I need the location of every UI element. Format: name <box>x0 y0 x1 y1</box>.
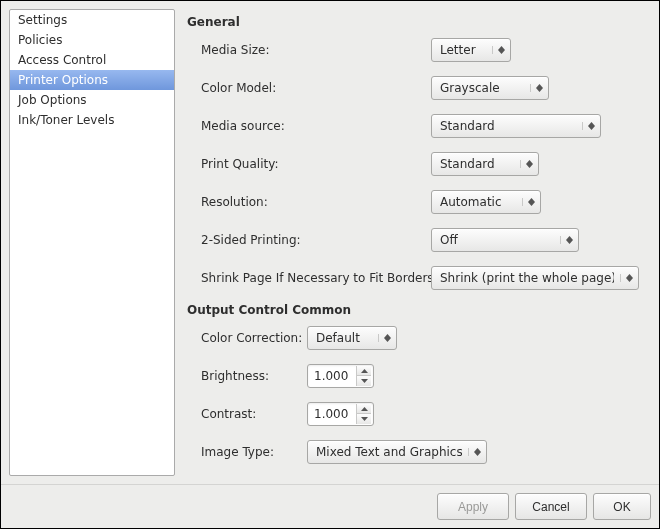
sidebar-item-label: Settings <box>18 13 67 27</box>
spinner-value: 1.000 <box>314 369 352 383</box>
stepper-icon <box>620 274 634 282</box>
section-title-output: Output Control Common <box>187 303 645 317</box>
spinner-buttons <box>356 404 371 424</box>
select-value: Grayscale <box>440 81 524 95</box>
sidebar-item-label: Policies <box>18 33 62 47</box>
svg-marker-1 <box>498 50 505 54</box>
select-value: Automatic <box>440 195 516 209</box>
field-color-correction: Color Correction: Default <box>201 325 645 351</box>
select-media-size[interactable]: Letter <box>431 38 511 62</box>
select-value: Letter <box>440 43 486 57</box>
label-shrink: Shrink Page If Necessary to Fit Borders: <box>201 271 431 285</box>
sidebar-item-printer-options[interactable]: Printer Options <box>10 70 174 90</box>
dialog-window: Settings Policies Access Control Printer… <box>0 0 660 529</box>
select-value: Mixed Text and Graphics <box>316 445 462 459</box>
spinner-up-icon[interactable] <box>357 404 371 414</box>
svg-marker-16 <box>361 369 368 373</box>
select-value: Standard <box>440 157 514 171</box>
category-sidebar: Settings Policies Access Control Printer… <box>9 9 175 476</box>
svg-marker-15 <box>384 338 391 342</box>
svg-marker-13 <box>626 278 633 282</box>
label-color-correction: Color Correction: <box>201 331 307 345</box>
sidebar-item-label: Ink/Toner Levels <box>18 113 114 127</box>
svg-marker-11 <box>566 240 573 244</box>
field-print-quality: Print Quality: Standard <box>201 151 645 177</box>
ok-button[interactable]: OK <box>593 493 651 520</box>
label-two-sided: 2-Sided Printing: <box>201 233 431 247</box>
cancel-button[interactable]: Cancel <box>515 493 587 520</box>
sidebar-item-label: Job Options <box>18 93 87 107</box>
sidebar-item-access-control[interactable]: Access Control <box>10 50 174 70</box>
content-area: Settings Policies Access Control Printer… <box>1 1 659 484</box>
select-value: Shrink (print the whole page) <box>440 271 614 285</box>
select-value: Standard <box>440 119 576 133</box>
apply-button[interactable]: Apply <box>437 493 509 520</box>
sidebar-item-policies[interactable]: Policies <box>10 30 174 50</box>
select-color-correction[interactable]: Default <box>307 326 397 350</box>
stepper-icon <box>522 198 536 206</box>
field-color-model: Color Model: Grayscale <box>201 75 645 101</box>
label-resolution: Resolution: <box>201 195 431 209</box>
label-media-size: Media Size: <box>201 43 431 57</box>
field-image-type: Image Type: Mixed Text and Graphics <box>201 439 645 465</box>
select-value: Off <box>440 233 554 247</box>
select-shrink[interactable]: Shrink (print the whole page) <box>431 266 639 290</box>
field-media-source: Media source: Standard <box>201 113 645 139</box>
label-print-quality: Print Quality: <box>201 157 431 171</box>
spinner-value: 1.000 <box>314 407 352 421</box>
svg-marker-9 <box>528 202 535 206</box>
sidebar-item-label: Access Control <box>18 53 106 67</box>
select-two-sided[interactable]: Off <box>431 228 579 252</box>
field-media-size: Media Size: Letter <box>201 37 645 63</box>
stepper-icon <box>492 46 506 54</box>
spinner-brightness[interactable]: 1.000 <box>307 364 374 388</box>
select-resolution[interactable]: Automatic <box>431 190 541 214</box>
label-media-source: Media source: <box>201 119 431 133</box>
sidebar-item-settings[interactable]: Settings <box>10 10 174 30</box>
sidebar-item-ink-toner-levels[interactable]: Ink/Toner Levels <box>10 110 174 130</box>
svg-marker-5 <box>588 126 595 130</box>
select-print-quality[interactable]: Standard <box>431 152 539 176</box>
field-resolution: Resolution: Automatic <box>201 189 645 215</box>
sidebar-item-job-options[interactable]: Job Options <box>10 90 174 110</box>
field-shrink: Shrink Page If Necessary to Fit Borders:… <box>201 265 645 291</box>
spinner-contrast[interactable]: 1.000 <box>307 402 374 426</box>
svg-marker-3 <box>536 88 543 92</box>
select-media-source[interactable]: Standard <box>431 114 601 138</box>
spinner-buttons <box>356 366 371 386</box>
section-title-general: General <box>187 15 645 29</box>
field-contrast: Contrast: 1.000 <box>201 401 645 427</box>
stepper-icon <box>520 160 534 168</box>
stepper-icon <box>560 236 574 244</box>
stepper-icon <box>468 448 482 456</box>
stepper-icon <box>530 84 544 92</box>
dialog-footer: Apply Cancel OK <box>1 484 659 528</box>
field-brightness: Brightness: 1.000 <box>201 363 645 389</box>
sidebar-container: Settings Policies Access Control Printer… <box>9 9 175 476</box>
spinner-down-icon[interactable] <box>357 414 371 424</box>
stepper-icon <box>582 122 596 130</box>
sidebar-item-label: Printer Options <box>18 73 108 87</box>
select-image-type[interactable]: Mixed Text and Graphics <box>307 440 487 464</box>
select-color-model[interactable]: Grayscale <box>431 76 549 100</box>
select-value: Default <box>316 331 372 345</box>
svg-marker-18 <box>361 407 368 411</box>
svg-marker-17 <box>361 379 368 383</box>
label-brightness: Brightness: <box>201 369 307 383</box>
stepper-icon <box>378 334 392 342</box>
svg-marker-21 <box>474 452 481 456</box>
svg-marker-7 <box>526 164 533 168</box>
field-two-sided: 2-Sided Printing: Off <box>201 227 645 253</box>
label-color-model: Color Model: <box>201 81 431 95</box>
main-panel: General Media Size: Letter Color Model: … <box>183 9 651 476</box>
spinner-down-icon[interactable] <box>357 376 371 386</box>
spinner-up-icon[interactable] <box>357 366 371 376</box>
label-image-type: Image Type: <box>201 445 307 459</box>
label-contrast: Contrast: <box>201 407 307 421</box>
svg-marker-19 <box>361 417 368 421</box>
